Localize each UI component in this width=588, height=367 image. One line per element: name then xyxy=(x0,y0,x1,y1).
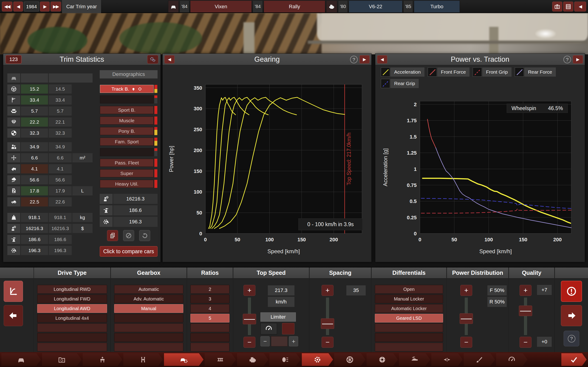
nav-tab-car[interactable] xyxy=(1,353,41,366)
limiter-gauge-button[interactable] xyxy=(260,323,277,334)
limiter-color-box[interactable] xyxy=(282,323,294,334)
demographic-slot-empty[interactable] xyxy=(100,148,157,156)
undo-button[interactable] xyxy=(139,230,150,241)
offroad-icon xyxy=(10,166,17,172)
differentials-option-geared-lsd[interactable]: Geared LSD xyxy=(375,314,443,323)
compare-cars-button[interactable]: Click to compare cars xyxy=(100,246,157,257)
engine-variant-tab[interactable]: Turbo xyxy=(414,0,460,13)
arrow-right-big-icon xyxy=(566,310,577,321)
clear-button[interactable] xyxy=(123,230,134,241)
copy-stats-button[interactable] xyxy=(107,230,118,241)
gearing-next-button[interactable]: ▶ xyxy=(359,55,370,64)
spacing-slider-handle[interactable] xyxy=(321,318,334,329)
list-view-button[interactable] xyxy=(563,2,573,11)
gearing-prev-button[interactable]: ◀ xyxy=(164,55,174,64)
back-button[interactable]: ◀ xyxy=(574,2,586,11)
demographic-track-b-[interactable]: Track B. xyxy=(100,85,157,93)
nav-tab-fixtures[interactable] xyxy=(83,353,122,366)
top-speed-increase-button[interactable]: + xyxy=(243,285,255,296)
chassis-icon xyxy=(216,356,225,364)
nav-tab-wheel[interactable] xyxy=(334,353,365,366)
power-dist-increase-button[interactable]: + xyxy=(460,285,472,296)
model-name-tab[interactable]: Vixen xyxy=(190,0,252,13)
demographic-fam-sport[interactable]: Fam. Sport xyxy=(100,138,157,146)
drive-type-option-longitudinal-rwd[interactable]: Longitudinal RWD xyxy=(37,285,107,294)
nav-tab-engine[interactable] xyxy=(237,353,268,366)
power-dist-slider-handle[interactable] xyxy=(460,313,473,324)
top-speed-slider-handle[interactable] xyxy=(243,314,256,324)
year-first-button[interactable]: ◀◀ xyxy=(2,2,12,11)
top-speed-decrease-button[interactable]: − xyxy=(243,337,255,348)
demographic-slot-empty[interactable] xyxy=(100,95,157,103)
next-section-button[interactable] xyxy=(561,305,582,326)
photo-mode-button[interactable] xyxy=(552,2,562,11)
quality-slider-track[interactable] xyxy=(524,297,527,335)
nav-tab-chassis[interactable] xyxy=(205,353,236,366)
spacing-slider-track[interactable] xyxy=(326,297,329,335)
nav-tab-design-folder[interactable] xyxy=(42,353,82,366)
nav-tab-car-gear[interactable] xyxy=(164,353,204,366)
nav-tab-check[interactable] xyxy=(561,353,587,366)
nav-tab-differential[interactable] xyxy=(431,353,463,366)
traction-prev-button[interactable]: ◀ xyxy=(377,55,387,64)
ratios-column: Ratios 2345 xyxy=(187,267,233,352)
ratios-option-5[interactable]: 5 xyxy=(190,314,229,323)
stat-row-move: 6.66.6m² xyxy=(7,153,100,162)
drive-type-option-longitudinal-fwd[interactable]: Longitudinal FWD xyxy=(37,294,107,303)
differentials-option-open[interactable]: Open xyxy=(375,285,443,294)
drive-type-option-longitudinal-awd[interactable]: Longitudinal AWD xyxy=(37,304,107,313)
demographic-muscle[interactable]: Muscle xyxy=(100,117,157,125)
gearbox-option-automatic[interactable]: Automatic xyxy=(114,285,183,294)
year-prev-button[interactable]: ◀ xyxy=(13,2,23,11)
trim-name-tab[interactable]: Rally xyxy=(264,0,325,13)
gearing-help-button[interactable]: ? xyxy=(350,56,358,63)
demographic-heavy-util-[interactable]: Heavy Util. xyxy=(100,180,157,188)
demographic-super[interactable]: Super xyxy=(100,169,157,177)
warnings-button[interactable] xyxy=(561,281,582,302)
nav-tab-aero[interactable] xyxy=(399,353,430,366)
demographic-pass-fleet[interactable]: Pass. Fleet xyxy=(100,159,157,167)
ratios-option-4[interactable]: 4 xyxy=(190,304,229,313)
ratios-option-2[interactable]: 2 xyxy=(190,285,229,294)
prev-section-button[interactable] xyxy=(4,305,23,326)
limiter-step-down-button[interactable]: − xyxy=(260,336,270,346)
traction-next-button[interactable]: ▶ xyxy=(573,55,583,64)
quality-slider-handle[interactable] xyxy=(519,306,532,316)
quality-decrease-button[interactable]: − xyxy=(519,337,531,348)
svg-text:Acceleration [g]: Acceleration [g] xyxy=(382,148,389,186)
year-next-button[interactable]: ▶ xyxy=(40,2,50,11)
engine-family-tab[interactable]: V6-22 xyxy=(349,0,402,13)
nav-tab-paint-brush[interactable] xyxy=(464,353,495,366)
year-last-button[interactable]: ▶▶ xyxy=(51,2,61,11)
nav-tab-headlight[interactable] xyxy=(269,353,301,366)
traction-help-button[interactable]: ? xyxy=(563,56,571,63)
differentials-option-automatic-locker[interactable]: Automatic Locker xyxy=(375,304,443,313)
limiter-button[interactable]: Limiter xyxy=(260,312,296,322)
nav-tab-brake-disc[interactable] xyxy=(367,353,398,366)
gearbox-option-adv-automatic[interactable]: Adv. Automatic xyxy=(114,294,183,303)
gearbox-option-empty xyxy=(114,323,183,332)
numbers-toggle-button[interactable]: 123 xyxy=(6,55,22,64)
graph-view-button[interactable] xyxy=(4,281,23,302)
spacing-increase-button[interactable]: + xyxy=(321,285,334,296)
demographic-score-bar xyxy=(154,106,157,114)
gears-settings-button[interactable] xyxy=(147,55,158,64)
drive-type-option-longitudinal-4x4[interactable]: Longitudinal 4x4 xyxy=(37,314,107,323)
demographic-pony-b-[interactable]: Pony B. xyxy=(100,127,157,135)
demographic-sport-b-[interactable]: Sport B. xyxy=(100,106,157,114)
stat-value-current: 5.7 xyxy=(21,106,48,116)
quality-increase-button[interactable]: + xyxy=(519,285,531,296)
power-dist-decrease-button[interactable]: − xyxy=(460,337,472,348)
question-icon: ? xyxy=(568,335,575,342)
stat-value-current: 6.6 xyxy=(21,153,48,162)
nav-tab-drivetrain[interactable] xyxy=(123,353,163,366)
help-button[interactable]: ? xyxy=(564,331,579,346)
ratios-option-3[interactable]: 3 xyxy=(190,294,229,303)
car-model-icon xyxy=(168,0,179,13)
nav-tab-gauge[interactable] xyxy=(496,353,527,366)
spacing-decrease-button[interactable]: − xyxy=(321,337,334,348)
nav-tab-gear[interactable] xyxy=(302,353,333,366)
gearbox-option-manual[interactable]: Manual xyxy=(114,304,183,313)
limiter-step-up-button[interactable]: + xyxy=(289,336,298,346)
differentials-option-manual-locker[interactable]: Manual Locker xyxy=(375,294,443,303)
